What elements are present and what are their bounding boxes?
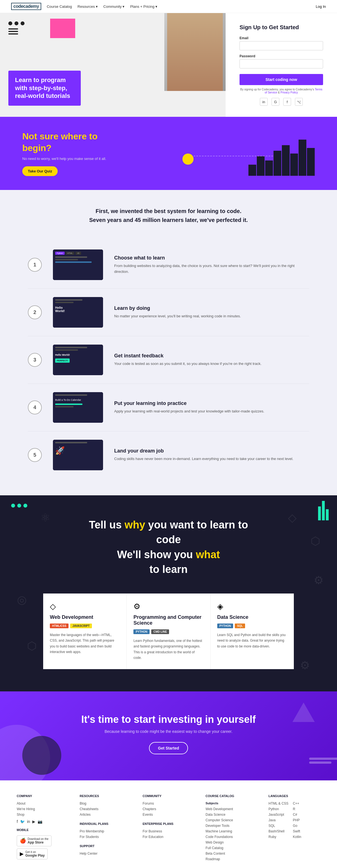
catalog-beta[interactable]: Beta Content: [205, 851, 257, 856]
community-events[interactable]: Events: [143, 813, 194, 816]
hero-left: Learn to program with step-by-step, real…: [0, 13, 226, 117]
lang-php[interactable]: PHP: [293, 818, 301, 822]
resources-articles[interactable]: Articles: [80, 813, 132, 816]
resources-blog[interactable]: Blog: [80, 802, 132, 805]
start-coding-button[interactable]: Start coding now: [240, 74, 323, 85]
step-item-5: 5 🚀 Land your dream job Coding skills ha…: [28, 431, 309, 478]
invest-right-shape: [309, 757, 337, 764]
support-help[interactable]: Help Center: [80, 851, 132, 856]
subject-webdev[interactable]: Web Development: [205, 807, 257, 811]
privacy-link[interactable]: Privacy Policy: [280, 91, 298, 94]
subject-ml[interactable]: Machine Learning: [205, 829, 257, 833]
step-content-1: Choose what to learn From building websi…: [114, 255, 309, 275]
lang-r[interactable]: R: [293, 807, 301, 811]
social-facebook[interactable]: f: [17, 819, 18, 824]
google-play-badge[interactable]: ▶ Get it on Google Play: [17, 848, 48, 859]
atom-icon: ⚛: [40, 511, 50, 524]
footer-social: f 🐦 in ▶ 📷: [17, 819, 68, 824]
catalog-roadmap[interactable]: Roadmap: [205, 857, 257, 861]
logo[interactable]: codecademy: [11, 3, 41, 10]
app-store-label: App Store: [28, 840, 49, 844]
company-about[interactable]: About: [17, 802, 68, 805]
password-field[interactable]: [240, 59, 323, 68]
hero-headline: Learn to program with step-by-step, real…: [15, 76, 74, 100]
subject-datascience[interactable]: Data Science: [205, 813, 257, 816]
nav-plans[interactable]: Plans + Pricing ▾: [130, 4, 157, 9]
lang-cpp[interactable]: C++: [293, 802, 301, 805]
lang-js[interactable]: JavaScript: [269, 813, 288, 816]
lang-csharp[interactable]: C#: [293, 813, 301, 816]
social-linkedin[interactable]: in: [27, 819, 30, 824]
step-desc-5: Coding skills have never been more in-de…: [114, 456, 309, 462]
individual-pro[interactable]: Pro Membership: [80, 829, 132, 833]
social-youtube[interactable]: ▶: [32, 819, 35, 824]
tag-sql: SQL: [235, 623, 245, 628]
enterprise-education[interactable]: For Education: [143, 835, 194, 839]
bar-5: [282, 145, 290, 176]
step-image-1: Python HTML JS: [53, 249, 103, 280]
bar-8: [307, 148, 315, 176]
tag-python-ds: PYTHON: [217, 623, 233, 628]
invest-subtext: Because learning to code might be the ea…: [11, 729, 326, 734]
quiz-heading: Not sure where to begin?: [22, 131, 163, 154]
resources-cheatsheets[interactable]: Cheatsheets: [80, 807, 132, 811]
lang-go[interactable]: Go: [293, 824, 301, 828]
app-store-badge[interactable]: 🍎 Download on the App Store: [17, 835, 52, 846]
tagline-section: First, we invented the best system for l…: [0, 190, 337, 236]
resources-title: RESOURCES: [80, 794, 132, 798]
mobile-title: MOBILE: [17, 828, 68, 832]
step-item-2: 2 HelloWorld! Learn by doing No matter y…: [28, 289, 309, 336]
person-photo: [167, 13, 223, 91]
footer-community: COMMUNITY Forums Chapters Events ENTERPR…: [143, 794, 194, 863]
google-play-icon: ▶: [20, 851, 24, 857]
company-hiring[interactable]: We're Hiring: [17, 807, 68, 811]
lang-ruby[interactable]: Ruby: [269, 835, 288, 839]
individual-students[interactable]: For Students: [80, 835, 132, 839]
social-twitter[interactable]: 🐦: [20, 819, 25, 824]
bar-3: [265, 160, 273, 176]
ds-icon: ◈: [217, 602, 287, 611]
lang-java[interactable]: Java: [269, 818, 288, 822]
catalog-full[interactable]: Full Catalog: [205, 846, 257, 850]
facebook-icon[interactable]: f: [283, 98, 291, 106]
github-icon[interactable]: ⌥: [295, 98, 303, 106]
lang-python[interactable]: Python: [269, 807, 288, 811]
vert-bars: [318, 501, 329, 520]
step-content-2: Learn by doing No matter your experience…: [114, 305, 309, 319]
lang-kotlin[interactable]: Kotlin: [293, 835, 301, 839]
community-chapters[interactable]: Chapters: [143, 807, 194, 811]
google-icon[interactable]: G: [272, 98, 279, 106]
angular-icon: ⬡: [311, 534, 320, 547]
footer-company: COMPANY About We're Hiring Shop f 🐦 in ▶…: [17, 794, 68, 863]
social-instagram[interactable]: 📷: [37, 819, 42, 824]
html5-icon: ⬡: [27, 640, 37, 652]
subject-cs[interactable]: Computer Science: [205, 818, 257, 822]
lang-sql[interactable]: SQL: [269, 824, 288, 828]
lang-htmlcss[interactable]: HTML & CSS: [269, 802, 288, 805]
email-field[interactable]: [240, 41, 323, 50]
subject-webdesign[interactable]: Web Design: [205, 840, 257, 844]
dark-section: ⚛ ◇ ⬡ ⬜ ⬡ ⚙ ◎ ⚙ Tell us why you want to …: [0, 495, 337, 691]
nav-resources[interactable]: Resources ▾: [78, 4, 98, 9]
support-title: SUPPORT: [80, 844, 132, 848]
get-started-button[interactable]: Get Started: [149, 742, 188, 754]
tag-cmdline: CMD LINE: [151, 629, 169, 634]
subject-devtools[interactable]: Developer Tools: [205, 824, 257, 828]
login-link[interactable]: Log In: [316, 4, 326, 9]
community-forums[interactable]: Forums: [143, 802, 194, 805]
nav-community[interactable]: Community ▾: [103, 4, 124, 9]
google-play-label: Google Play: [25, 854, 45, 858]
lang-bash[interactable]: Bash/Shell: [269, 829, 288, 833]
hero-image: [164, 13, 226, 91]
subject-codefound[interactable]: Code Foundations: [205, 835, 257, 839]
lang-swift[interactable]: Swift: [293, 829, 301, 833]
hero-overlay: Learn to program with step-by-step, real…: [8, 71, 81, 106]
step-number-5: 5: [28, 448, 42, 462]
cs-icon: ⚙: [133, 602, 203, 611]
company-shop[interactable]: Shop: [17, 813, 68, 816]
footer-resources: RESOURCES Blog Cheatsheets Articles INDI…: [80, 794, 132, 863]
take-quiz-button[interactable]: Take Our Quiz: [22, 166, 58, 176]
nav-course-catalog[interactable]: Course Catalog: [47, 4, 72, 9]
enterprise-business[interactable]: For Business: [143, 829, 194, 833]
linkedin-icon[interactable]: in: [260, 98, 268, 106]
